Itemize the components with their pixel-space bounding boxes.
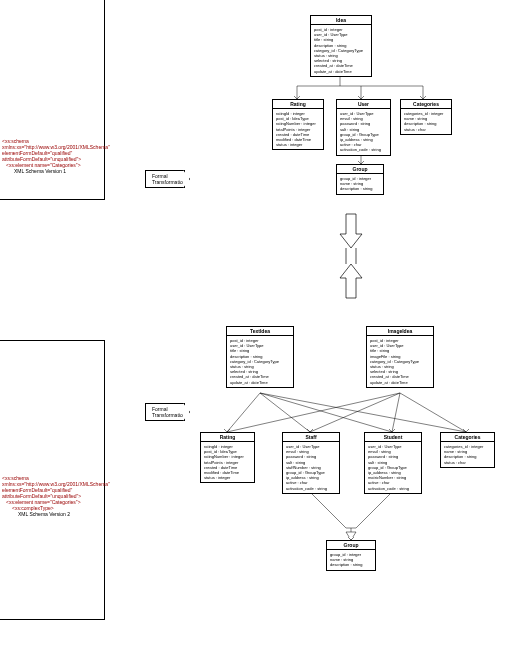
xml-schema-open: <xs:schema xmlns:xs="http://www.w3.org/2… <box>2 138 110 162</box>
attr-row: status : integer <box>276 142 320 147</box>
attr-row: description : string <box>330 562 372 567</box>
attr-row: update_at : dateTime <box>230 380 290 385</box>
svg-marker-7 <box>340 264 362 298</box>
attr-row: activation_code : string <box>368 486 418 491</box>
attr-row: status : char <box>404 127 448 132</box>
svg-line-18 <box>310 492 346 528</box>
xml-v1-label: XML Schema Version 1 <box>14 168 66 174</box>
class-student: Student user_id : UserTypeemail : string… <box>364 432 422 494</box>
formal-transformation-top: Formal Transformation <box>145 170 185 188</box>
class-group-bottom: Group group_id : integername : stringdes… <box>326 540 376 571</box>
xml-schema-open-2: <xs:schema xmlns:xs="http://www.w3.org/2… <box>2 475 110 499</box>
attr-row: update_at : dateTime <box>314 69 368 74</box>
class-textidea: TextIdea post_id : integeruser_id : User… <box>226 326 294 388</box>
svg-line-19 <box>356 492 392 528</box>
class-idea: Idea post_id : integeruser_id : UserType… <box>310 15 372 77</box>
svg-line-12 <box>260 393 392 432</box>
class-staff: Staff user_id : UserTypeemail : stringpa… <box>282 432 340 494</box>
class-imageidea: ImageIdea post_id : integeruser_id : Use… <box>366 326 434 388</box>
class-rating-bottom: Rating ratingId : integerpost_id : IdeaT… <box>200 432 255 483</box>
class-categories-top: Categories categories_id : integername :… <box>400 99 452 135</box>
svg-marker-6 <box>340 214 362 248</box>
class-rating-top: Rating ratingId : integerpost_id : IdeaT… <box>272 99 324 150</box>
svg-marker-22 <box>346 532 356 540</box>
class-categories-bottom: Categories categories_id : integername :… <box>440 432 495 468</box>
svg-line-16 <box>392 393 400 432</box>
transform-label: Formal Transformation <box>152 173 185 185</box>
svg-line-11 <box>260 393 310 432</box>
xml-snippet-v1: <xs:schema xmlns:xs="http://www.w3.org/2… <box>2 138 102 174</box>
class-group-top: Group group_id : integername : stringdes… <box>336 164 384 195</box>
xml-snippet-v2: <xs:schema xmlns:xs="http://www.w3.org/2… <box>2 475 102 517</box>
attr-row: activation_code : string <box>340 147 387 152</box>
class-user: User user_id : UserTypeemail : stringpas… <box>336 99 391 156</box>
transform-label-2: Formal Transformation <box>152 406 185 418</box>
attr-row: description : string <box>340 186 380 191</box>
xml-v2-label: XML Schema Version 2 <box>18 511 70 517</box>
formal-transformation-bottom: Formal Transformation <box>145 403 185 421</box>
svg-line-17 <box>400 393 466 432</box>
attr-row: activation_code : string <box>286 486 336 491</box>
svg-line-15 <box>310 393 400 432</box>
svg-line-14 <box>227 393 400 432</box>
attr-row: status : integer <box>204 475 251 480</box>
svg-line-10 <box>227 393 260 432</box>
attr-row: ratingNumber : integer <box>276 121 320 126</box>
attr-row: update_at : dateTime <box>370 380 430 385</box>
attr-row: status : char <box>444 460 491 465</box>
attr-row: ratingNumber : integer <box>204 454 251 459</box>
svg-line-13 <box>260 393 466 432</box>
